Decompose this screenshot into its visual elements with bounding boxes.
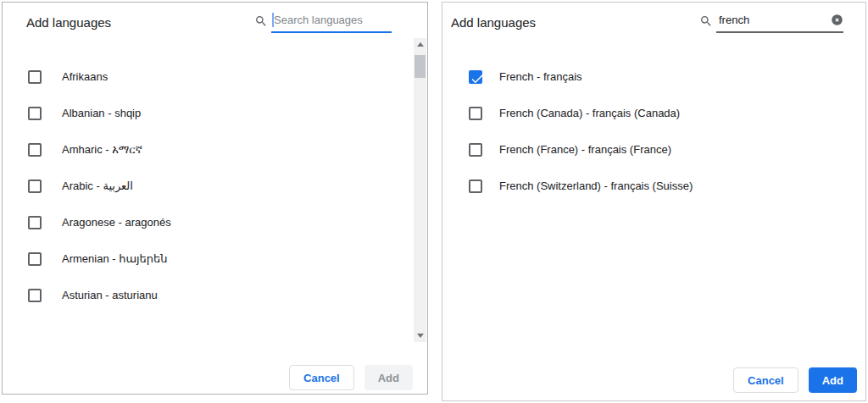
search-input[interactable]	[271, 14, 392, 29]
language-checkbox[interactable]	[28, 216, 42, 229]
scrollbar-thumb[interactable]	[415, 55, 426, 78]
check-icon	[470, 71, 485, 86]
add-button[interactable]: Add	[364, 365, 413, 390]
scrollbar-down-icon[interactable]	[414, 329, 426, 342]
language-list: French - français French (Canada) - fran…	[442, 58, 865, 204]
language-list-item[interactable]: French (Canada) - français (Canada)	[442, 95, 865, 131]
search-input-underline	[716, 11, 843, 33]
language-checkbox[interactable]	[469, 70, 482, 84]
search-icon	[254, 14, 268, 28]
language-list-item[interactable]: Albanian - shqip	[3, 95, 427, 131]
language-checkbox[interactable]	[28, 252, 42, 266]
search-languages-field	[254, 11, 392, 33]
language-checkbox[interactable]	[28, 289, 42, 302]
language-label: Afrikaans	[62, 70, 108, 83]
clear-search-button[interactable]	[831, 14, 843, 29]
language-list-item[interactable]: Aragonese - aragonés	[3, 204, 427, 240]
language-checkbox[interactable]	[28, 179, 42, 193]
language-label: Albanian - shqip	[62, 107, 141, 119]
text-caret	[272, 13, 274, 27]
add-languages-screens: Add languages Afrikaans	[0, 0, 868, 403]
language-label: Amharic - አማርኛ	[62, 143, 142, 157]
language-list-item[interactable]: French (Switzerland) - français (Suisse)	[442, 168, 865, 204]
search-icon	[699, 14, 713, 28]
language-checkbox[interactable]	[469, 179, 482, 193]
search-input-underline	[271, 11, 392, 33]
language-list-item[interactable]: French (France) - français (France)	[442, 131, 865, 168]
language-label: Aragonese - aragonés	[62, 216, 171, 229]
language-label: French (Switzerland) - français (Suisse)	[499, 179, 693, 192]
dialog-footer: Cancel Add	[289, 365, 413, 390]
scrollbar-up-icon[interactable]	[414, 38, 426, 51]
language-label: Arabic - العربية	[62, 179, 133, 192]
language-list-item[interactable]: Asturian - asturianu	[3, 277, 427, 313]
language-checkbox[interactable]	[28, 107, 42, 120]
cancel-button[interactable]: Cancel	[733, 367, 798, 393]
search-languages-field	[699, 11, 843, 33]
cancel-button[interactable]: Cancel	[289, 365, 354, 390]
language-checkbox[interactable]	[469, 107, 482, 120]
language-list-item[interactable]: Amharic - አማርኛ	[3, 131, 427, 168]
dialog-title: Add languages	[451, 15, 536, 30]
language-list: Afrikaans Albanian - shqip Amharic - አማር…	[3, 58, 427, 313]
language-label: French (France) - français (France)	[499, 143, 671, 156]
clear-icon	[831, 14, 843, 26]
language-checkbox[interactable]	[28, 143, 42, 157]
add-button[interactable]: Add	[809, 367, 857, 393]
language-list-item[interactable]: French - français	[442, 58, 865, 95]
language-list-item[interactable]: Afrikaans	[3, 58, 427, 95]
scrollbar[interactable]	[414, 38, 426, 342]
language-label: Armenian - հայերեն	[62, 252, 168, 265]
language-list-item[interactable]: Arabic - العربية	[3, 168, 427, 204]
language-label: Asturian - asturianu	[62, 289, 158, 301]
add-languages-dialog-unfiltered: Add languages Afrikaans	[2, 2, 428, 395]
language-label: French (Canada) - français (Canada)	[499, 107, 680, 119]
dialog-title: Add languages	[26, 15, 111, 30]
dialog-header: Add languages	[442, 3, 865, 41]
language-checkbox[interactable]	[28, 70, 42, 84]
add-languages-dialog-filtered: Add languages	[442, 2, 866, 401]
dialog-header: Add languages	[3, 3, 427, 41]
dialog-footer: Cancel Add	[733, 367, 857, 393]
search-input[interactable]	[716, 14, 831, 29]
language-list-item[interactable]: Armenian - հայերեն	[3, 240, 427, 277]
language-checkbox[interactable]	[469, 143, 482, 157]
language-label: French - français	[499, 70, 582, 83]
